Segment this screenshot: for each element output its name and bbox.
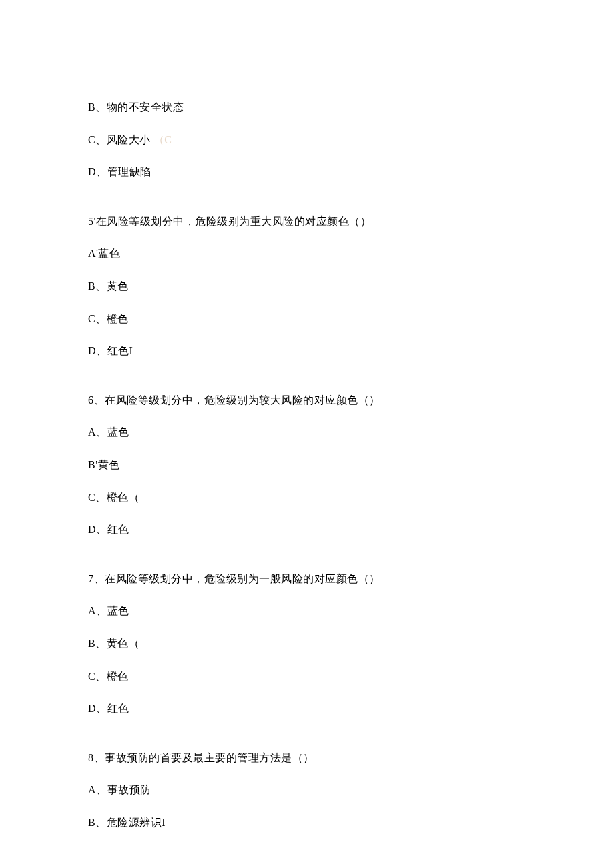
option-text: A、蓝色 [88,426,129,438]
option-text: C、橙色 [88,671,129,682]
option-b: B、黄色（ [88,635,526,653]
continuation-option-d: D、管理缺陷 [88,163,526,181]
option-c: C、橙色 [88,668,526,685]
option-text: D、管理缺陷 [88,166,151,177]
option-d: D、红色I [88,342,526,360]
continuation-option-b: B、物的不安全状态 [88,99,526,116]
option-text: C、风险大小 [88,134,151,145]
option-c: C、橙色（ [88,489,526,506]
option-text: B、危险源辨识I [88,817,166,828]
option-text: B、黄色（ [88,638,139,649]
question-text: 6、在风险等级划分中，危险级别为较大风险的对应颜色（） [88,392,526,409]
question-text: 5'在风险等级划分中，危险级别为重大风险的对应颜色（） [88,213,526,230]
option-text: B、物的不安全状态 [88,101,184,113]
option-text: B、黄色 [88,280,129,292]
question-7: 7、在风险等级划分中，危险级别为一般风险的对应颜色（） A、蓝色 B、黄色（ C… [88,570,526,717]
option-b: B'黄色 [88,456,526,474]
question-8: 8、事故预防的首要及最主要的管理方法是（） A、事故预防 B、危险源辨识I [88,749,526,831]
question-text: 7、在风险等级划分中，危险级别为一般风险的对应颜色（） [88,570,526,588]
option-text: A、事故预防 [88,784,151,795]
option-a: A'蓝色 [88,245,526,262]
option-d: D、红色 [88,700,526,717]
option-text: D、红色I [88,345,133,356]
option-text: D、红色 [88,524,129,535]
option-a: A、蓝色 [88,602,526,620]
question-6: 6、在风险等级划分中，危险级别为较大风险的对应颜色（） A、蓝色 B'黄色 C、… [88,392,526,538]
option-a: A、蓝色 [88,424,526,441]
faded-annotation: （C [154,134,172,145]
option-c: C、橙色 [88,310,526,328]
option-text: A、蓝色 [88,605,129,616]
option-text: D、红色 [88,703,129,714]
document-content: B、物的不安全状态 C、风险大小（C D、管理缺陷 5'在风险等级划分中，危险级… [88,99,526,831]
question-text: 8、事故预防的首要及最主要的管理方法是（） [88,749,526,767]
option-b: B、危险源辨识I [88,814,526,831]
option-text: A'蓝色 [88,248,120,259]
option-text: C、橙色 [88,313,129,324]
option-b: B、黄色 [88,278,526,295]
option-d: D、红色 [88,521,526,538]
option-a: A、事故预防 [88,781,526,799]
option-text: B'黄色 [88,459,120,470]
continuation-option-c: C、风险大小（C [88,131,526,149]
question-5: 5'在风险等级划分中，危险级别为重大风险的对应颜色（） A'蓝色 B、黄色 C、… [88,213,526,360]
option-text: C、橙色（ [88,492,139,503]
